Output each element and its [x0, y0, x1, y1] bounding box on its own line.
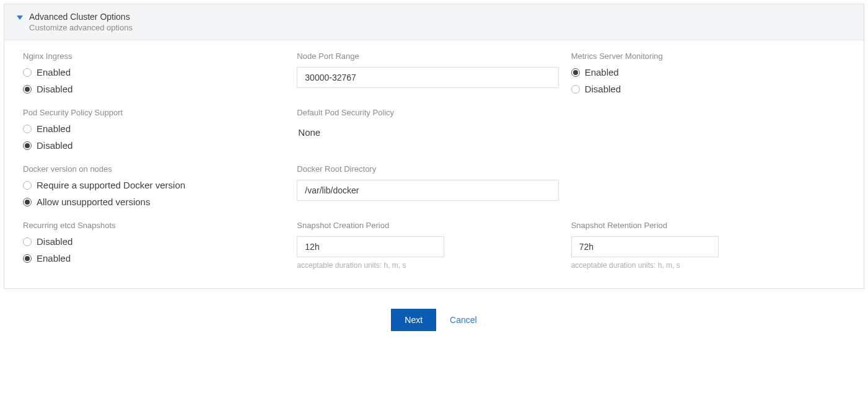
default-pod-security-label: Default Pod Security Policy	[297, 108, 558, 117]
panel-body: Nginx Ingress Enabled Disabled Node Port…	[4, 40, 864, 288]
metrics-server-enabled-radio[interactable]: Enabled	[571, 67, 833, 78]
radio-label: Disabled	[37, 140, 72, 151]
radio-label: Enabled	[37, 67, 71, 78]
pod-security-disabled-radio[interactable]: Disabled	[23, 140, 284, 151]
cancel-button[interactable]: Cancel	[450, 315, 477, 325]
etcd-snapshots-group: Recurring etcd Snapshots Disabled Enable…	[23, 221, 297, 270]
snapshot-creation-group: Snapshot Creation Period acceptable dura…	[297, 221, 571, 270]
metrics-server-label: Metrics Server Monitoring	[571, 51, 833, 61]
radio-icon	[23, 198, 32, 206]
etcd-snapshots-enabled-radio[interactable]: Enabled	[23, 253, 284, 264]
snapshot-retention-input[interactable]	[571, 236, 719, 257]
radio-icon	[23, 68, 32, 77]
next-button[interactable]: Next	[391, 309, 436, 331]
snapshot-creation-label: Snapshot Creation Period	[297, 221, 558, 230]
radio-icon	[23, 181, 32, 190]
snapshot-retention-group: Snapshot Retention Period acceptable dur…	[571, 221, 845, 270]
panel-header: Advanced Cluster Options Customize advan…	[4, 4, 864, 40]
radio-icon	[23, 125, 32, 133]
radio-icon	[23, 254, 32, 263]
radio-icon	[571, 68, 580, 77]
etcd-snapshots-label: Recurring etcd Snapshots	[23, 221, 284, 230]
node-port-range-group: Node Port Range	[297, 51, 571, 94]
radio-label: Disabled	[37, 84, 72, 94]
default-pod-security-value: None	[297, 123, 558, 141]
nginx-ingress-label: Nginx Ingress	[23, 51, 284, 61]
radio-label: Disabled	[585, 84, 621, 94]
nginx-ingress-group: Nginx Ingress Enabled Disabled	[23, 51, 297, 94]
pod-security-enabled-radio[interactable]: Enabled	[23, 123, 284, 134]
snapshot-retention-hint: acceptable duration units: h, m, s	[571, 261, 833, 270]
radio-label: Disabled	[37, 236, 72, 247]
radio-label: Enabled	[585, 67, 619, 78]
docker-version-group: Docker version on nodes Require a suppor…	[23, 164, 297, 207]
nginx-ingress-disabled-radio[interactable]: Disabled	[23, 84, 284, 94]
docker-root-dir-group: Docker Root Directory	[297, 164, 571, 207]
radio-label: Require a supported Docker version	[37, 180, 185, 190]
nginx-ingress-enabled-radio[interactable]: Enabled	[23, 67, 284, 78]
radio-label: Enabled	[37, 123, 71, 134]
node-port-range-input[interactable]	[297, 67, 558, 88]
radio-icon	[23, 237, 32, 246]
svg-marker-0	[17, 16, 23, 20]
node-port-range-label: Node Port Range	[297, 51, 558, 61]
snapshot-retention-label: Snapshot Retention Period	[571, 221, 833, 230]
default-pod-security-group: Default Pod Security Policy None	[297, 108, 571, 151]
radio-label: Enabled	[37, 253, 71, 264]
panel-title: Advanced Cluster Options	[29, 12, 133, 22]
snapshot-creation-hint: acceptable duration units: h, m, s	[297, 261, 558, 270]
collapse-toggle[interactable]	[17, 14, 23, 20]
docker-root-dir-label: Docker Root Directory	[297, 164, 558, 174]
radio-icon	[23, 141, 32, 150]
etcd-snapshots-disabled-radio[interactable]: Disabled	[23, 236, 284, 247]
footer: Next Cancel	[0, 293, 868, 347]
panel-subtitle: Customize advanced options	[29, 23, 133, 32]
metrics-server-disabled-radio[interactable]: Disabled	[571, 84, 833, 94]
pod-security-policy-group: Pod Security Policy Support Enabled Disa…	[23, 108, 297, 151]
radio-icon	[23, 85, 32, 94]
docker-version-label: Docker version on nodes	[23, 164, 284, 174]
radio-label: Allow unsupported versions	[37, 197, 150, 207]
docker-root-dir-input[interactable]	[297, 180, 558, 201]
caret-down-icon	[17, 14, 23, 20]
radio-icon	[571, 85, 580, 94]
pod-security-policy-label: Pod Security Policy Support	[23, 108, 284, 117]
docker-version-allow-radio[interactable]: Allow unsupported versions	[23, 197, 284, 207]
advanced-cluster-options-panel: Advanced Cluster Options Customize advan…	[4, 4, 864, 289]
metrics-server-group: Metrics Server Monitoring Enabled Disabl…	[571, 51, 845, 94]
docker-version-require-radio[interactable]: Require a supported Docker version	[23, 180, 284, 190]
snapshot-creation-input[interactable]	[297, 236, 444, 257]
